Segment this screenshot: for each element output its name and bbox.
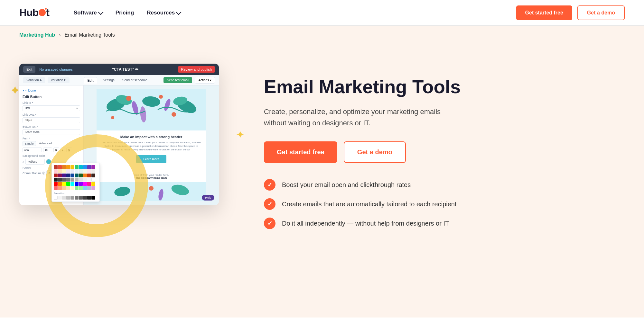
color-cell[interactable] xyxy=(87,178,91,182)
fav-color-cell[interactable] xyxy=(62,196,66,200)
color-cell[interactable] xyxy=(54,165,58,169)
color-cell[interactable] xyxy=(79,174,83,177)
ss-publish-button[interactable]: Review and publish xyxy=(178,66,215,73)
color-cell[interactable] xyxy=(66,178,70,182)
color-cell[interactable] xyxy=(70,174,74,177)
hero-get-demo-button[interactable]: Get a demo xyxy=(344,141,406,163)
color-cell[interactable] xyxy=(79,186,83,190)
fav-color-cell[interactable] xyxy=(70,196,74,200)
color-cell[interactable] xyxy=(87,186,91,190)
color-cell[interactable] xyxy=(58,165,62,169)
color-cell[interactable] xyxy=(54,174,58,177)
color-cell[interactable] xyxy=(83,174,87,177)
color-cell[interactable] xyxy=(58,174,62,177)
color-cell[interactable] xyxy=(66,169,70,173)
color-cell[interactable] xyxy=(58,182,62,186)
color-cell[interactable] xyxy=(62,178,66,182)
nav-resources[interactable]: Resources xyxy=(142,7,186,19)
nav-pricing[interactable]: Pricing xyxy=(110,7,139,19)
color-cell[interactable] xyxy=(54,178,58,182)
color-cell[interactable] xyxy=(62,182,66,186)
color-cell[interactable] xyxy=(66,182,70,186)
color-cell[interactable] xyxy=(87,165,91,169)
color-cell[interactable] xyxy=(70,186,74,190)
color-cell[interactable] xyxy=(75,165,79,169)
color-cell[interactable] xyxy=(83,165,87,169)
color-cell[interactable] xyxy=(87,169,91,173)
color-cell[interactable] xyxy=(83,169,87,173)
ss-exit-button[interactable]: Exit xyxy=(23,66,35,73)
nav-get-started-button[interactable]: Get started free xyxy=(516,5,572,20)
fav-color-cell[interactable] xyxy=(54,196,58,200)
fav-color-cell[interactable] xyxy=(66,196,70,200)
color-cell[interactable] xyxy=(62,169,66,173)
color-cell[interactable] xyxy=(79,169,83,173)
color-cell[interactable] xyxy=(70,169,74,173)
nav-get-demo-button[interactable]: Get a demo xyxy=(577,5,625,20)
color-cell[interactable] xyxy=(58,169,62,173)
ss-link-url-input[interactable] xyxy=(23,117,80,123)
color-cell[interactable] xyxy=(66,186,70,190)
ss-settings-tab[interactable]: Settings xyxy=(101,77,117,84)
nav-software[interactable]: Software xyxy=(69,7,108,19)
ss-link-to-dropdown[interactable]: URL ▾ xyxy=(23,105,80,111)
ss-send-tab[interactable]: Send or schedule xyxy=(120,77,149,84)
breadcrumb-parent-link[interactable]: Marketing Hub xyxy=(19,32,55,38)
color-cell[interactable] xyxy=(83,182,87,186)
color-cell[interactable] xyxy=(70,182,74,186)
ss-font-size-input[interactable] xyxy=(43,148,52,152)
ss-unsaved-changes[interactable]: No unsaved changes xyxy=(39,67,72,71)
color-cell[interactable] xyxy=(91,186,95,190)
color-cell[interactable] xyxy=(91,178,95,182)
ss-button-text-input[interactable] xyxy=(23,129,80,135)
logo[interactable]: Hub t xyxy=(19,7,49,19)
color-cell[interactable] xyxy=(87,182,91,186)
color-cell[interactable] xyxy=(75,182,79,186)
color-cell[interactable] xyxy=(66,174,70,177)
hero-cta-row: Get started free Get a demo xyxy=(264,141,625,163)
color-cell[interactable] xyxy=(54,182,58,186)
color-cell[interactable] xyxy=(70,178,74,182)
fav-color-cell[interactable] xyxy=(58,196,62,200)
fav-color-cell[interactable] xyxy=(79,196,83,200)
fav-color-cell[interactable] xyxy=(91,196,95,200)
color-cell[interactable] xyxy=(91,165,95,169)
color-cell[interactable] xyxy=(66,165,70,169)
ss-help-button[interactable]: Help xyxy=(202,195,214,201)
fav-color-cell[interactable] xyxy=(87,196,91,200)
ss-actions-button[interactable]: Actions ▾ xyxy=(195,77,215,84)
fav-color-cell[interactable] xyxy=(83,196,87,200)
color-cell[interactable] xyxy=(58,186,62,190)
color-cell[interactable] xyxy=(62,186,66,190)
color-cell[interactable] xyxy=(91,182,95,186)
ss-send-test-button[interactable]: Send test email xyxy=(163,77,192,83)
color-cell[interactable] xyxy=(70,165,74,169)
color-cell[interactable] xyxy=(62,174,66,177)
color-cell[interactable] xyxy=(91,174,95,177)
ss-variation-a-tab[interactable]: Variation A xyxy=(23,77,45,83)
color-cell[interactable] xyxy=(87,174,91,177)
color-cell[interactable] xyxy=(79,165,83,169)
color-cell[interactable] xyxy=(79,182,83,186)
color-cell[interactable] xyxy=(79,178,83,182)
color-cell[interactable] xyxy=(75,178,79,182)
color-cell[interactable] xyxy=(75,186,79,190)
color-cell[interactable] xyxy=(58,178,62,182)
color-cell[interactable] xyxy=(75,169,79,173)
fav-color-cell[interactable] xyxy=(75,196,79,200)
color-cell[interactable] xyxy=(54,186,58,190)
ss-bg-color-input[interactable] xyxy=(25,159,45,165)
ss-variation-b-tab[interactable]: Variation B xyxy=(48,77,70,83)
ss-edit-tab[interactable]: Edit xyxy=(84,77,97,84)
ss-done-link[interactable]: ◂ < Done xyxy=(23,89,80,92)
color-cell[interactable] xyxy=(83,186,87,190)
color-cell[interactable] xyxy=(83,178,87,182)
color-cell[interactable] xyxy=(54,169,58,173)
color-cell[interactable] xyxy=(62,165,66,169)
color-cell[interactable] xyxy=(91,169,95,173)
ss-font-advanced-tab[interactable]: Advanced xyxy=(37,141,54,146)
ss-font-simple-tab[interactable]: Simple xyxy=(23,141,36,146)
color-cell[interactable] xyxy=(75,174,79,177)
ss-font-family-input[interactable] xyxy=(23,148,42,152)
hero-get-started-button[interactable]: Get started free xyxy=(264,141,337,163)
